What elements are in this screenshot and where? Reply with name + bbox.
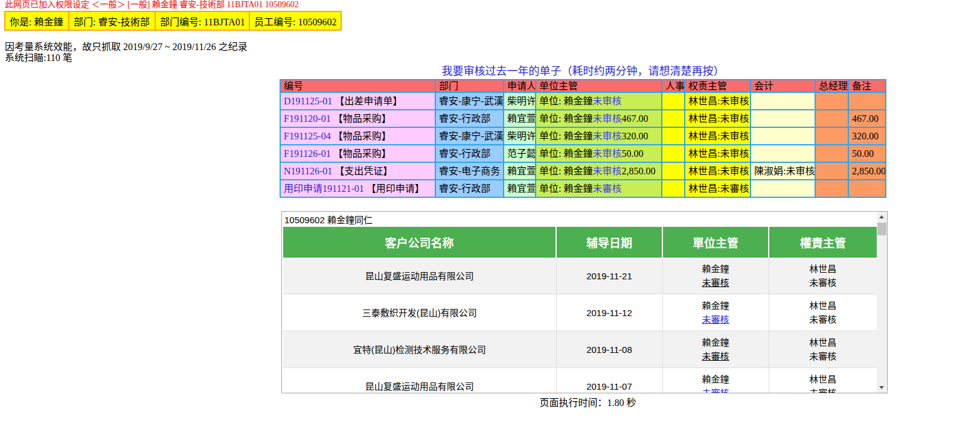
doc-type: 【物品采购】 [331,113,391,124]
unit-status-link[interactable]: 未审核 [592,166,621,176]
company-cell: 昆山复盛运动用品有限公司 [283,258,556,294]
resp-status: 未審核 [770,313,877,326]
doc-link[interactable]: F191125-04 [284,131,331,141]
scroll-down-button[interactable] [877,382,887,393]
unit-supervisor-name: 单位: 賴金鐘 [539,148,592,159]
dept-cell: 睿安-康宁-武漢 [435,127,504,145]
remark-cell [848,92,886,110]
doc-code-cell: F191125-04 【物品采购】 [280,127,435,145]
header-resp-supervisor: 权责主管 [685,80,751,92]
unit-status-link[interactable]: 未审核 [592,131,621,141]
company-cell: 三泰敷织开发(昆山)有限公司 [283,294,556,331]
header-resp-supervisor: 權責主管 [769,227,877,258]
hr-cell [662,180,685,197]
unit-supervisor-cell: 賴金鐘未審核 [662,294,769,331]
unit-amount: 50.00 [621,148,643,159]
company-cell: 昆山复盛运动用品有限公司 [283,368,556,394]
remark-cell [848,180,886,197]
unit-amount: 467.00 [621,113,648,124]
resp-supervisor-name: 林世昌 [770,372,877,386]
applicant-cell: 賴宜萱 [504,162,536,180]
company-cell: 宜特(昆山)检测技术服务有限公司 [283,331,556,368]
resp-supervisor-name: 林世昌 [770,262,877,276]
gm-cell [815,162,848,180]
dept-cell: 睿安-电子商务 [435,162,504,180]
doc-link[interactable]: F191126-01 [284,148,331,159]
gm-cell [815,145,848,162]
scrollbar-thumb[interactable] [877,223,886,235]
doc-type: 【物品采购】 [331,148,391,159]
header-hr: 人事 [662,80,685,92]
gm-cell [815,110,848,127]
user-info-row: 你是: 賴金鐘 部门: 睿安-技術部 部门编号: 11BJTA01 员工编号: … [5,11,341,30]
coach-date-cell: 2019-11-08 [556,331,662,368]
applicant-cell: 柴明许 [504,127,536,145]
approval-row: F191125-04 【物品采购】 睿安-康宁-武漢 柴明许 单位: 賴金鐘未审… [280,127,886,145]
doc-link[interactable]: D191125-01 [284,96,332,106]
unit-status-link[interactable]: 未审核 [592,113,621,124]
review-all-link[interactable]: 我要审核过去一年的单子（耗时约两分钟，请想清楚再按） [280,65,886,77]
doc-link[interactable]: 用印申请191121-01 [284,183,364,194]
user-emp-no-cell: 员工编号: 10509602 [249,11,341,30]
resp-supervisor-cell: 林世昌:未审核 [685,92,751,110]
resp-supervisor-cell: 林世昌未審核 [769,368,877,394]
resp-supervisor-cell: 林世昌:未审核 [685,110,751,127]
approval-row: D191125-01 【出差申请单】 睿安-康宁-武漢 柴明许 单位: 賴金鐘未… [280,92,886,110]
header-dept: 部门 [435,80,504,92]
unit-status-link[interactable]: 未審核 [702,278,729,288]
hr-cell [662,162,685,180]
scroll-up-button[interactable] [877,212,887,222]
accounting-cell [751,110,815,127]
unit-supervisor-cell: 单位: 賴金鐘未审核467.00 [536,110,662,127]
doc-type: 【支出凭证】 [332,166,392,176]
resp-supervisor-cell: 林世昌未審核 [769,258,877,294]
resp-supervisor-name: 林世昌 [770,335,877,349]
unit-supervisor-name: 单位: 賴金鐘 [539,96,592,106]
unit-status-link[interactable]: 未審核 [702,314,729,325]
unit-supervisor-cell: 单位: 賴金鐘未审核 [536,92,662,110]
hr-cell [662,110,685,127]
unit-supervisor-cell: 单位: 賴金鐘未审核320.00 [536,127,662,145]
header-coach-date: 辅导日期 [556,227,662,258]
header-gm: 总经理 [815,80,848,92]
unit-supervisor-name: 賴金鐘 [664,262,768,276]
dept-cell: 睿安-行政部 [435,110,504,127]
unit-supervisor-cell: 賴金鐘未審核 [662,331,769,368]
unit-status-link[interactable]: 未審核 [702,388,729,393]
resp-status: 未審核 [770,349,877,363]
accounting-cell [751,145,815,162]
unit-status-link[interactable]: 未審核 [702,351,729,361]
unit-supervisor-cell: 单位: 賴金鐘未审核50.00 [536,145,662,162]
permission-banner: 此网页已加入权限设定 ＜一般＞ [一般] 賴金鐘 睿安-技術部 11BJTA01… [5,0,299,9]
page-exec-time: 页面执行时间：1.80 秒 [284,395,891,409]
resp-supervisor-cell: 林世昌:未审核 [685,145,751,162]
accounting-cell [751,92,815,110]
coaching-row: 三泰敷织开发(昆山)有限公司 2019-11-12 賴金鐘未審核 林世昌未審核 [283,294,877,331]
system-notes: 因考量系统效能，故只抓取 2019/9/27 ~ 2019/11/26 之纪录 … [5,42,248,63]
coaching-table: 客户公司名称 辅导日期 單位主管 權責主管 昆山复盛运动用品有限公司 2019-… [283,227,877,393]
unit-status-link[interactable]: 未審核 [592,183,621,194]
approval-row: F191120-01 【物品采购】 睿安-行政部 賴宜萱 单位: 賴金鐘未审核4… [280,110,886,127]
unit-supervisor-name: 賴金鐘 [664,299,768,313]
scrollbar[interactable] [877,212,887,393]
user-name-cell: 你是: 賴金鐘 [5,11,69,30]
header-unit-supervisor: 單位主管 [662,227,769,258]
header-unit-supervisor: 单位主管 [536,80,662,92]
unit-amount: 2,850.00 [621,166,655,176]
doc-link[interactable]: F191120-01 [284,113,331,124]
header-applicant: 申请人 [504,80,536,92]
unit-supervisor-cell: 单位: 賴金鐘未審核 [536,180,662,197]
applicant-cell: 賴宜萱 [504,180,536,197]
remark-cell: 2,850.00 [848,162,886,180]
user-dept-no-cell: 部门编号: 11BJTA01 [155,11,249,30]
resp-supervisor-cell: 林世昌:未审核 [685,162,751,180]
applicant-cell: 賴宜萱 [504,110,536,127]
resp-supervisor-cell: 林世昌:未審核 [685,180,751,197]
unit-status-link[interactable]: 未审核 [592,96,621,106]
unit-amount: 320.00 [621,131,648,141]
system-note-range: 因考量系统效能，故只抓取 2019/9/27 ~ 2019/11/26 之纪录 [5,42,248,52]
approval-row: N191126-01 【支出凭证】 睿安-电子商务 賴宜萱 单位: 賴金鐘未审核… [280,162,886,180]
doc-link[interactable]: N191126-01 [284,166,332,176]
scroll-down-icon [879,386,884,389]
unit-status-link[interactable]: 未审核 [592,148,621,159]
